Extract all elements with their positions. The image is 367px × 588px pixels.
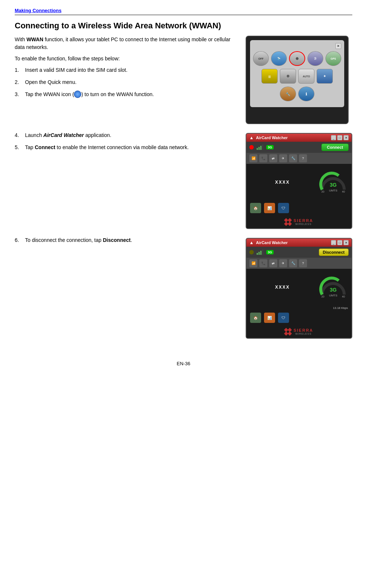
ac-bi-shield-2[interactable]: 🛡 — [278, 313, 289, 323]
ac-connect-button[interactable]: Connect — [321, 144, 349, 151]
ac-help-icon-2[interactable]: ? — [299, 259, 307, 267]
ac-toolbar: 3G Connect — [246, 142, 352, 153]
ac-signal-bars-2 — [257, 250, 263, 255]
ac-signal-red — [249, 145, 254, 149]
ac-bi-home-2[interactable]: 🏠 — [250, 313, 261, 323]
ac-wrench-icon-2[interactable]: 🔧 — [289, 259, 297, 267]
ac-minimize-btn[interactable]: _ — [331, 135, 336, 140]
ac-wrench-icon[interactable]: 🔧 — [289, 154, 297, 162]
ac-arrow-icon[interactable]: ⇄ — [269, 154, 277, 162]
sierra-diamond-icon-2 — [285, 328, 291, 335]
qm-off-btn[interactable]: OFF — [253, 51, 269, 66]
page-footer: EN-36 — [15, 361, 352, 366]
qm-cell-btn[interactable]: ||| — [261, 69, 278, 84]
ac-signal-bars — [257, 145, 263, 150]
qm-highlighted-btn[interactable]: ⬤ — [289, 51, 305, 66]
ac-window-buttons: _ □ ✕ — [331, 135, 349, 140]
ac-bi-home[interactable]: 🏠 — [250, 203, 261, 213]
ac-bar-3 — [260, 146, 261, 150]
wwan-icon — [74, 91, 81, 98]
ac-sierra-logo-2: SIERRA WIRELESS — [246, 325, 352, 338]
connect-label: Connect — [35, 144, 55, 150]
enable-intro: To enable the function, follow the steps… — [15, 55, 238, 63]
ac-bi-shield[interactable]: 🛡 — [278, 203, 289, 213]
qm-bt-btn[interactable]: ℬ — [307, 51, 323, 66]
qm-wrench-btn[interactable]: 🔧 — [280, 87, 296, 101]
top-divider — [15, 15, 352, 15]
sierra-logo-container: SIERRA WIRELESS — [249, 218, 349, 225]
ac-plane-icon-2[interactable]: ✈ — [279, 259, 287, 267]
ac-window-buttons-2: _ □ ✕ — [331, 240, 349, 245]
steps-list: 1. Insert a valid SIM card into the SIM … — [15, 66, 238, 98]
sierra-text: SIERRA WIRELESS — [293, 218, 313, 225]
aircard-connect-screenshot: ▲ AirCard Watcher _ □ ✕ — [246, 131, 352, 229]
ac-phone-icon-2[interactable]: 📞 — [259, 259, 267, 267]
page-number: EN-36 — [177, 361, 190, 366]
ac-bar-2b — [259, 252, 260, 255]
ac-gauge-svg: 3G UMTS 20 40 — [318, 168, 348, 197]
ac-3g-badge: 3G — [266, 145, 274, 149]
ac-3g-badge-2: 3G — [266, 250, 274, 254]
section-3: 6. To disconnect the connection, tap Dis… — [15, 236, 352, 339]
breadcrumb[interactable]: Making Connections — [15, 7, 352, 13]
ac-close-btn-2[interactable]: ✕ — [343, 240, 349, 245]
step-5: 5. Tap Connect to enable the Internet co… — [15, 144, 238, 151]
qm-auto-btn[interactable]: AUTO — [298, 69, 314, 84]
steps-list-3: 6. To disconnect the connection, tap Dis… — [15, 236, 238, 244]
ac-wifi-icon[interactable]: 📶 — [249, 154, 257, 162]
ac-disconnect-toolbar: 3G Disconnect — [246, 247, 352, 258]
ac-bar-4b — [262, 250, 263, 255]
ac-arrow-icon-2[interactable]: ⇄ — [269, 259, 277, 267]
section-3-text: 6. To disconnect the connection, tap Dis… — [15, 236, 238, 339]
ac-titlebar: ▲ AirCard Watcher _ □ ✕ — [246, 134, 352, 142]
qm-settings-btn[interactable]: ⚙ — [280, 69, 296, 84]
svg-text:20: 20 — [321, 190, 324, 193]
section-1-text: With WWAN function, it allows your table… — [15, 36, 238, 124]
ac-carrier-name: XXXX — [250, 180, 315, 185]
qm-wwan-btn[interactable]: 📡 — [271, 51, 287, 66]
ac-bar-3b — [260, 251, 261, 255]
ac-gauge-svg-2: 3G UMTS 20 40 — [318, 272, 348, 302]
qm-info-btn[interactable]: ℹ — [298, 87, 314, 101]
step-3: 3. Tap the WWAN icon () to turn on the W… — [15, 91, 238, 98]
ac-disconnect-button[interactable]: Disconnect — [319, 249, 349, 256]
ac-bar-4 — [262, 145, 263, 150]
svg-text:UMTS: UMTS — [329, 294, 338, 297]
steps-list-2: 4. Launch AirCard Watcher application. 5… — [15, 131, 238, 151]
ac-bar-2 — [259, 147, 260, 150]
qm-blue-btn[interactable]: ✦ — [317, 69, 333, 84]
ac-bi-chart-2[interactable]: 📊 — [264, 313, 275, 323]
ac-phone-icon[interactable]: 📞 — [259, 154, 267, 162]
ac-bottom-icons-2: 🏠 📊 🛡 — [246, 310, 352, 325]
breadcrumb-link[interactable]: Making Connections — [15, 8, 61, 13]
aircard-connect-image: ▲ AirCard Watcher _ □ ✕ — [246, 133, 352, 229]
ac-icons-row-2: 📶 📞 ⇄ ✈ 🔧 ? — [246, 258, 352, 269]
qm-gps-btn[interactable]: GPS — [325, 51, 341, 66]
ac-plane-icon[interactable]: ✈ — [279, 154, 287, 162]
ac-bi-chart[interactable]: 📊 — [264, 203, 275, 213]
ac-speed-label: 13.18 Kbps — [246, 306, 352, 310]
close-btn[interactable]: ✕ — [335, 43, 341, 49]
step-2: 2. Open the Quick menu. — [15, 78, 238, 86]
ac-disconnect-titlebar: ▲ AirCard Watcher _ □ ✕ — [246, 239, 352, 247]
quick-menu-inner: ✕ OFF 📡 ⬤ ℬ — [250, 40, 344, 107]
sierra-diamond-icon — [285, 219, 291, 225]
ac-restore-btn-2[interactable]: □ — [337, 240, 342, 245]
step-4: 4. Launch AirCard Watcher application. — [15, 131, 238, 139]
ac-bottom-icons: 🏠 📊 🛡 — [246, 201, 352, 215]
intro-paragraph: With WWAN function, it allows your table… — [15, 36, 238, 51]
ac-carrier-name-2: XXXX — [250, 285, 315, 290]
aircard-disconnect-screenshot: ▲ AirCard Watcher _ □ ✕ — [246, 236, 352, 339]
qm-row-1: OFF 📡 ⬤ ℬ GPS — [253, 51, 341, 66]
sierra-text-2: SIERRA WIRELESS — [293, 328, 313, 335]
ac-wifi-icon-2[interactable]: 📶 — [249, 259, 257, 267]
ac-logo-icon-2: ▲ — [249, 240, 254, 245]
ac-restore-btn[interactable]: □ — [337, 135, 342, 140]
step-1: 1. Insert a valid SIM card into the SIM … — [15, 66, 238, 74]
ac-close-btn[interactable]: ✕ — [343, 135, 349, 140]
ac-bar-1b — [257, 253, 258, 255]
ac-minimize-btn-2[interactable]: _ — [331, 240, 336, 245]
wwan-bold: WWAN — [26, 36, 43, 42]
ac-main-display: XXXX 3G UMTS 20 40 — [246, 164, 352, 201]
ac-help-icon[interactable]: ? — [299, 154, 307, 162]
